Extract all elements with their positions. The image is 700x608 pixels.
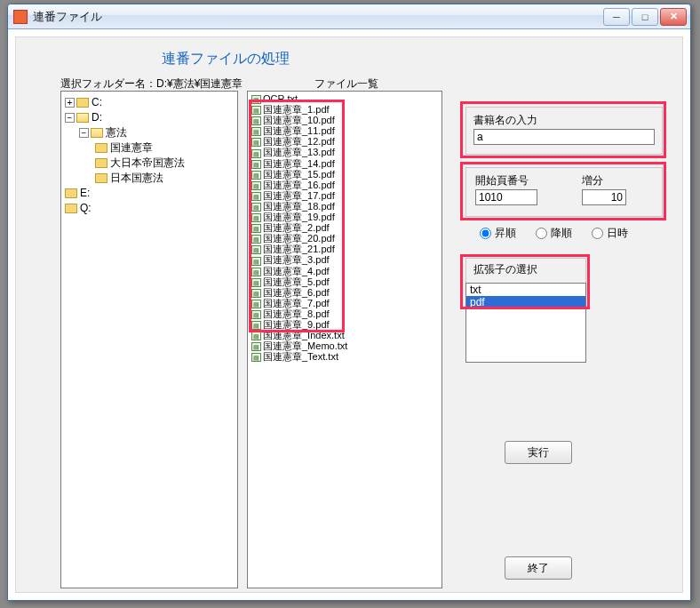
file-name: 国連憲章_11.pdf — [263, 125, 335, 136]
file-name: 国連憲章_9.pdf — [263, 319, 330, 330]
file-icon: ▤ — [251, 203, 261, 212]
radio-date-label: 日時 — [607, 226, 628, 241]
file-row[interactable]: ▤国連憲章_14.pdf — [250, 158, 440, 169]
file-row[interactable]: ▤国連憲章_16.pdf — [250, 180, 440, 190]
file-row[interactable]: ▤国連憲章_1.pdf — [250, 104, 440, 115]
tree-label: 日本国憲法 — [110, 172, 163, 184]
file-row[interactable]: ▤国連憲章_8.pdf — [250, 308, 440, 319]
radio-asc[interactable]: 昇順 — [480, 226, 516, 241]
radio-asc-input[interactable] — [480, 228, 491, 239]
tree-node-dainihon[interactable]: 大日本帝国憲法 — [95, 156, 234, 171]
tree-node-d[interactable]: −D: — [65, 110, 234, 125]
minimize-icon: ─ — [613, 12, 620, 22]
file-row[interactable]: ▤国連憲章_18.pdf — [250, 201, 440, 212]
collapse-icon[interactable]: − — [65, 113, 75, 123]
file-name: 国連憲章_13.pdf — [263, 147, 335, 157]
file-name: 国連憲章_Index.txt — [263, 330, 345, 340]
file-icon: ▤ — [251, 321, 261, 330]
selected-folder-label: 選択フォルダー名：D:¥憲法¥国連憲章 — [60, 76, 243, 92]
execute-button[interactable]: 実行 — [505, 441, 572, 464]
tree-node-c[interactable]: +C: — [65, 95, 234, 110]
increment-input[interactable] — [582, 189, 626, 205]
file-row[interactable]: ▤国連憲章_Text.txt — [250, 351, 440, 362]
file-icon: ▤ — [251, 116, 261, 125]
file-icon: ▤ — [251, 235, 261, 244]
expand-icon[interactable]: + — [65, 98, 75, 108]
file-row[interactable]: ▤国連憲章_7.pdf — [250, 298, 440, 308]
file-name: 国連憲章_2.pdf — [263, 222, 330, 233]
file-row[interactable]: ▤OCR.txt — [250, 93, 440, 104]
file-row[interactable]: ▤国連憲章_15.pdf — [250, 169, 440, 180]
tree-node-nihon[interactable]: 日本国憲法 — [95, 171, 234, 186]
file-name: 国連憲章_10.pdf — [263, 115, 335, 125]
file-name: 国連憲章_19.pdf — [263, 212, 335, 222]
page-heading: 連番ファイルの処理 — [162, 50, 290, 68]
file-row[interactable]: ▤国連憲章_12.pdf — [250, 136, 440, 147]
file-row[interactable]: ▤国連憲章_Memo.txt — [250, 340, 440, 351]
file-icon: ▤ — [251, 213, 261, 222]
file-name: 国連憲章_5.pdf — [263, 276, 330, 287]
folder-open-icon — [76, 113, 89, 123]
exit-button[interactable]: 終了 — [505, 556, 572, 580]
file-row[interactable]: ▤国連憲章_21.pdf — [250, 244, 440, 254]
file-name: 国連憲章_20.pdf — [263, 233, 335, 244]
file-row[interactable]: ▤国連憲章_4.pdf — [250, 266, 440, 276]
file-icon: ▤ — [251, 224, 261, 233]
file-icon: ▤ — [251, 171, 261, 180]
file-icon: ▤ — [251, 138, 261, 147]
radio-date[interactable]: 日時 — [592, 226, 628, 241]
file-row[interactable]: ▤国連憲章_6.pdf — [250, 287, 440, 298]
file-row[interactable]: ▤国連憲章_20.pdf — [250, 233, 440, 244]
file-icon: ▤ — [251, 106, 261, 115]
minimize-button[interactable]: ─ — [603, 8, 630, 26]
bookname-input[interactable] — [473, 129, 655, 145]
tree-label: Q: — [80, 202, 91, 214]
tree-node-e[interactable]: E: — [65, 186, 234, 201]
radio-desc[interactable]: 降順 — [536, 226, 572, 241]
bookname-label: 書籍名の入力 — [473, 113, 537, 128]
close-icon: ✕ — [670, 11, 678, 22]
sort-radios: 昇順 降順 日時 — [480, 226, 628, 241]
tree-label: 憲法 — [106, 126, 127, 139]
tree-label: D: — [91, 111, 102, 124]
file-name: 国連憲章_18.pdf — [263, 201, 335, 212]
radio-asc-label: 昇順 — [495, 226, 516, 241]
collapse-icon[interactable]: − — [79, 128, 89, 138]
file-row[interactable]: ▤国連憲章_3.pdf — [250, 254, 440, 265]
folder-icon — [95, 143, 107, 153]
file-row[interactable]: ▤国連憲章_13.pdf — [250, 147, 440, 157]
file-icon: ▤ — [251, 268, 261, 276]
file-row[interactable]: ▤国連憲章_10.pdf — [250, 115, 440, 125]
file-row[interactable]: ▤国連憲章_9.pdf — [250, 319, 440, 330]
file-icon: ▤ — [251, 192, 261, 201]
extension-list[interactable]: txtpdf — [465, 283, 586, 363]
filelist-label: ファイル一覧 — [314, 76, 378, 92]
startpage-input[interactable] — [475, 189, 537, 205]
file-row[interactable]: ▤国連憲章_Index.txt — [250, 330, 440, 340]
file-name: 国連憲章_21.pdf — [263, 244, 335, 254]
tree-node-kenpo[interactable]: −憲法 — [79, 125, 234, 140]
extension-item-txt[interactable]: txt — [466, 284, 585, 296]
file-row[interactable]: ▤国連憲章_17.pdf — [250, 190, 440, 201]
radio-date-input[interactable] — [592, 228, 603, 239]
file-icon: ▤ — [251, 245, 261, 254]
file-row[interactable]: ▤国連憲章_19.pdf — [250, 212, 440, 222]
file-name: 国連憲章_Memo.txt — [263, 340, 347, 351]
tree-node-q[interactable]: Q: — [65, 201, 234, 216]
file-row[interactable]: ▤国連憲章_2.pdf — [250, 222, 440, 233]
file-list[interactable]: ▤OCR.txt▤国連憲章_1.pdf▤国連憲章_10.pdf▤国連憲章_11.… — [247, 91, 442, 588]
client-area: 連番ファイルの処理 選択フォルダー名：D:¥憲法¥国連憲章 ファイル一覧 +C:… — [15, 36, 683, 593]
folder-icon — [65, 188, 77, 198]
file-row[interactable]: ▤国連憲章_5.pdf — [250, 276, 440, 287]
maximize-button[interactable]: □ — [632, 8, 658, 26]
tree-node-kokuren[interactable]: 国連憲章 — [95, 140, 234, 156]
close-button[interactable]: ✕ — [660, 8, 687, 26]
folder-tree[interactable]: +C: −D: −憲法 国連憲章 大日本帝国憲法 日本国憲法 E: Q: — [60, 91, 238, 588]
startpage-label: 開始頁番号 — [475, 173, 529, 188]
extension-item-pdf[interactable]: pdf — [466, 296, 585, 308]
folder-open-icon — [91, 128, 103, 138]
file-name: 国連憲章_1.pdf — [263, 104, 330, 115]
radio-desc-input[interactable] — [536, 228, 547, 239]
file-row[interactable]: ▤国連憲章_11.pdf — [250, 125, 440, 136]
folder-icon — [65, 204, 77, 213]
